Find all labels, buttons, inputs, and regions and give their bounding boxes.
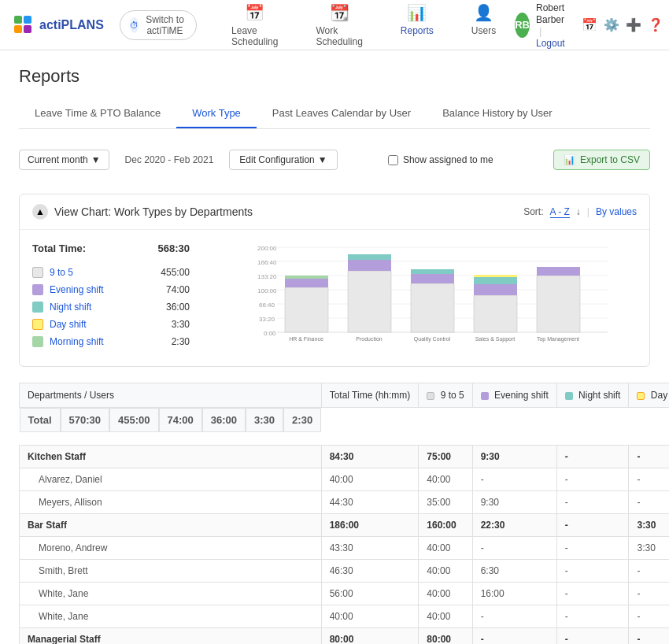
nav-right: RB Robert Barber | Logout 📅 ⚙️ ➕ ❓ 🔔 <box>515 2 669 49</box>
tab-work-type[interactable]: Work Type <box>176 99 257 128</box>
svg-rect-23 <box>348 271 391 332</box>
sort-row: Sort: A - Z ↓ | By values <box>523 206 637 218</box>
svg-text:0:00: 0:00 <box>264 330 276 337</box>
nav-work-scheduling[interactable]: 📆 Work Scheduling <box>297 0 381 54</box>
col-icon-9to5 <box>427 392 434 400</box>
logout-link[interactable]: Logout <box>536 38 565 49</box>
table-cell-9to5: 40:00 <box>419 605 472 628</box>
svg-text:200:00: 200:00 <box>257 245 277 252</box>
table-cell-day: - <box>629 560 669 583</box>
legend-swatch-morning <box>32 336 43 347</box>
table-cell-dept: Smith, Brett <box>20 560 322 583</box>
legend-name-evening[interactable]: Evening shift <box>50 284 160 295</box>
table-cell-night: - <box>556 468 629 491</box>
svg-rect-31 <box>474 295 517 332</box>
svg-rect-24 <box>348 260 391 271</box>
legend-val-evening: 74:00 <box>166 284 190 295</box>
svg-rect-19 <box>285 287 328 332</box>
legend-name-9to5[interactable]: 9 to 5 <box>50 267 154 278</box>
collapse-chart-button[interactable]: ▲ <box>32 204 48 220</box>
data-table: Departments / Users Total Time (hh:mm) 9… <box>19 383 669 644</box>
nav-tools: 📅 ⚙️ ➕ ❓ 🔔 <box>582 17 669 32</box>
table-cell-total: 46:30 <box>321 560 419 583</box>
table-cell-dept: Alvarez, Daniel <box>20 468 322 491</box>
table-cell-total: 40:00 <box>321 605 419 628</box>
tab-work-type-label: Work Type <box>192 107 241 119</box>
table-cell-day: - <box>629 446 669 468</box>
add-icon[interactable]: ➕ <box>626 17 641 32</box>
col-header-total: Total Time (hh:mm) <box>321 383 419 408</box>
tab-balance-history-label: Balance History by User <box>442 107 552 119</box>
table-cell-morning: 2:30 <box>283 408 321 432</box>
chart-title-row: ▲ View Chart: Work Types by Departments <box>32 204 253 220</box>
svg-rect-4 <box>24 25 31 33</box>
svg-text:166:40: 166:40 <box>257 259 277 266</box>
col-night-label: Night shift <box>578 390 620 401</box>
table-cell-9to5: 80:00 <box>419 628 472 645</box>
table-cell-dept: Managerial Staff <box>20 628 322 645</box>
table-cell-night: - <box>556 605 629 628</box>
nav-items: 📅 Leave Scheduling 📆 Work Scheduling 📊 R… <box>213 0 515 54</box>
edit-config-button[interactable]: Edit Configuration ▼ <box>229 150 337 170</box>
col-total-label: Total Time (hh:mm) <box>330 390 411 401</box>
chevron-down-icon-2: ▼ <box>318 154 327 165</box>
assigned-checkbox-input[interactable] <box>388 155 398 165</box>
svg-rect-20 <box>285 279 328 287</box>
table-cell-day: 3:30 <box>629 537 669 560</box>
app-logo: actiPLANS <box>13 14 104 36</box>
table-cell-total: 80:00 <box>321 628 419 645</box>
table-cell-evening: - <box>472 537 556 560</box>
nav-users[interactable]: 👤 Users <box>453 0 515 54</box>
table-cell-day: 3:30 <box>246 408 283 432</box>
show-assigned-checkbox[interactable]: Show assigned to me <box>388 154 493 165</box>
svg-text:66:40: 66:40 <box>259 302 275 309</box>
svg-rect-34 <box>474 275 517 277</box>
sort-arrow-icon: ↓ <box>576 206 581 217</box>
calendar-tool-icon[interactable]: 📅 <box>582 17 597 32</box>
tab-balance-history[interactable]: Balance History by User <box>427 99 567 128</box>
switch-to-actitime-button[interactable]: ⏱ Switch to actiTiME <box>120 10 197 40</box>
period-select[interactable]: Current month ▼ <box>19 150 109 170</box>
total-row: Total Time: 568:30 <box>32 242 190 254</box>
help-icon[interactable]: ❓ <box>648 17 663 32</box>
legend-name-day[interactable]: Day shift <box>50 319 165 330</box>
sort-az-button[interactable]: A - Z <box>550 206 570 218</box>
legend-morning: Morning shift 2:30 <box>32 336 190 347</box>
legend-day: Day shift 3:30 <box>32 319 190 330</box>
nav-reports[interactable]: 📊 Reports <box>382 0 453 54</box>
sort-label: Sort: <box>523 206 543 217</box>
table-row: Total570:30455:0074:0036:003:302:30 <box>20 408 322 432</box>
nav-leave-scheduling[interactable]: 📅 Leave Scheduling <box>213 0 297 54</box>
table-row: Alvarez, Daniel40:0040:00---- <box>20 468 670 491</box>
nav-reports-label: Reports <box>401 25 434 36</box>
table-cell-day: - <box>629 583 669 605</box>
table-cell-total: 570:30 <box>61 408 109 432</box>
table-cell-evening: 9:30 <box>472 491 556 514</box>
switch-label: Switch to actiTiME <box>143 14 187 36</box>
table-cell-dept: White, Jane <box>20 583 322 605</box>
tab-leave-time[interactable]: Leave Time & PTO Balance <box>19 99 176 128</box>
table-cell-dept: Moreno, Andrew <box>20 537 322 560</box>
legend-name-night[interactable]: Night shift <box>50 302 160 313</box>
svg-rect-1 <box>14 16 22 24</box>
export-csv-button[interactable]: 📊 Export to CSV <box>553 150 650 170</box>
svg-rect-28 <box>411 274 454 283</box>
top-navigation: actiPLANS ⏱ Switch to actiTiME 📅 Leave S… <box>0 0 669 50</box>
legend-night: Night shift 36:00 <box>32 302 190 313</box>
table-cell-night: - <box>556 583 629 605</box>
legend-name-morning[interactable]: Morning shift <box>50 336 165 347</box>
table-cell-evening: 9:30 <box>472 446 556 468</box>
total-value: 568:30 <box>158 242 190 254</box>
date-range: Dec 2020 - Feb 2021 <box>119 150 220 169</box>
sort-values-button[interactable]: By values <box>596 206 637 217</box>
svg-rect-32 <box>474 284 517 295</box>
table-row: Kitchen Staff84:3075:009:30--- <box>20 446 670 468</box>
table-cell-9to5: 160:00 <box>419 514 472 537</box>
table-cell-dept: White, Jane <box>20 605 322 628</box>
table-cell-day: - <box>629 628 669 645</box>
tab-past-leaves[interactable]: Past Leaves Calendar by User <box>257 99 427 128</box>
user-name: Robert Barber <box>536 2 564 25</box>
settings-icon[interactable]: ⚙️ <box>604 17 619 32</box>
user-info: Robert Barber | Logout <box>536 2 575 49</box>
total-label: Total Time: <box>32 242 86 254</box>
